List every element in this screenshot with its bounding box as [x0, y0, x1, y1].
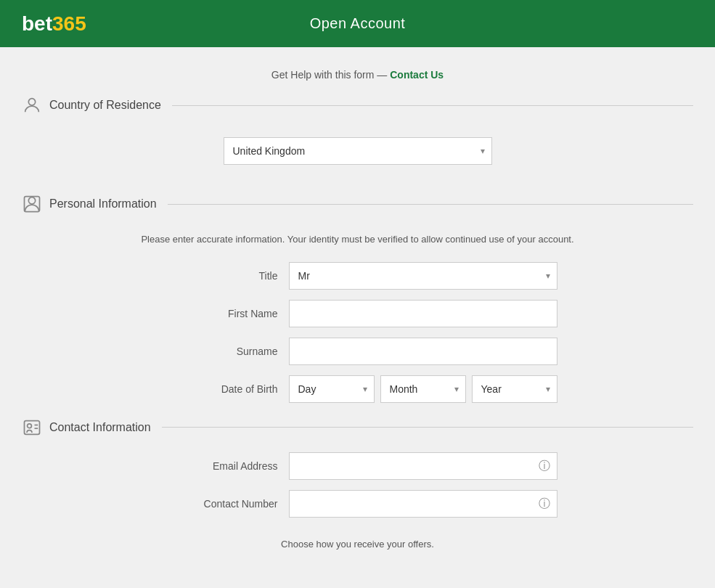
- title-control: Mr Mrs Miss Ms Dr ▾: [289, 262, 557, 290]
- email-input-wrapper: ⓘ: [289, 452, 557, 480]
- personal-info-text: Please enter accurate information. Your …: [0, 229, 715, 262]
- logo: bet365: [22, 12, 86, 36]
- month-select-wrapper: Month JanuaryFebruaryMarch AprilMayJune …: [380, 375, 466, 403]
- contact-section-title: Contact Information: [49, 421, 151, 434]
- personal-section-header: Personal Information: [0, 194, 715, 214]
- dob-selects: Day 12345 678910 1112131415 1617181920 2…: [289, 375, 557, 403]
- title-row: Title Mr Mrs Miss Ms Dr ▾: [0, 262, 715, 290]
- contact-section-divider: [162, 427, 693, 428]
- country-select[interactable]: United Kingdom United States Ireland Aus…: [224, 137, 492, 165]
- country-select-wrapper: United Kingdom United States Ireland Aus…: [224, 137, 492, 165]
- personal-section-title: Personal Information: [49, 197, 157, 211]
- surname-row: Surname: [0, 338, 715, 365]
- logo-bet-text: bet: [22, 12, 52, 36]
- surname-input[interactable]: [289, 338, 557, 365]
- country-row: United Kingdom United States Ireland Aus…: [0, 130, 715, 179]
- month-select[interactable]: Month JanuaryFebruaryMarch AprilMayJune …: [380, 375, 466, 403]
- help-bar: Get Help with this form — Contact Us: [0, 62, 715, 95]
- contact-section: Contact Information Email Address ⓘ Cont…: [0, 417, 715, 560]
- title-label: Title: [158, 270, 289, 282]
- day-select-wrapper: Day 12345 678910 1112131415 1617181920 2…: [289, 375, 375, 403]
- phone-label: Contact Number: [158, 498, 289, 510]
- page-title: Open Account: [310, 15, 406, 32]
- country-section-header: Country of Residence: [0, 95, 715, 115]
- logo-365-text: 365: [52, 12, 86, 36]
- title-select-wrapper: Mr Mrs Miss Ms Dr ▾: [289, 262, 557, 290]
- svg-point-0: [28, 99, 35, 105]
- phone-control: ⓘ: [289, 490, 557, 518]
- personal-icon: [22, 194, 42, 214]
- contact-section-header: Contact Information: [0, 417, 715, 438]
- email-control: ⓘ: [289, 452, 557, 480]
- phone-input-wrapper: ⓘ: [289, 490, 557, 518]
- firstname-label: First Name: [158, 308, 289, 319]
- email-label: Email Address: [158, 460, 289, 472]
- personal-section-divider: [168, 204, 693, 205]
- country-icon: [22, 95, 42, 115]
- phone-row: Contact Number ⓘ: [0, 490, 715, 518]
- phone-input[interactable]: [289, 490, 557, 518]
- surname-label: Surname: [158, 346, 289, 357]
- main-content: Get Help with this form — Contact Us Cou…: [0, 47, 715, 588]
- svg-point-1: [28, 197, 35, 204]
- email-input[interactable]: [289, 452, 557, 480]
- firstname-control: [289, 300, 557, 327]
- title-select[interactable]: Mr Mrs Miss Ms Dr: [289, 262, 557, 290]
- dob-row: Date of Birth Day 12345 678910 111213141…: [0, 375, 715, 403]
- firstname-row: First Name: [0, 300, 715, 327]
- surname-control: [289, 338, 557, 365]
- personal-section: Personal Information Please enter accura…: [0, 194, 715, 403]
- email-info-icon[interactable]: ⓘ: [539, 458, 550, 473]
- svg-point-4: [28, 424, 32, 428]
- dob-label: Date of Birth: [158, 383, 289, 395]
- country-section-divider: [172, 105, 693, 106]
- country-section: Country of Residence United Kingdom Unit…: [0, 95, 715, 179]
- day-select[interactable]: Day 12345 678910 1112131415 1617181920 2…: [289, 375, 375, 403]
- contact-icon: [22, 417, 42, 438]
- contact-us-link[interactable]: Contact Us: [390, 69, 444, 81]
- header: bet365 Open Account: [0, 0, 715, 47]
- offers-text: Choose how you receive your offers.: [0, 528, 715, 560]
- country-section-title: Country of Residence: [49, 99, 161, 112]
- phone-info-icon[interactable]: ⓘ: [539, 496, 550, 511]
- help-text: Get Help with this form —: [271, 69, 388, 81]
- year-select-wrapper: Year 2005200420032002 2001200019991998 1…: [472, 375, 557, 403]
- firstname-input[interactable]: [289, 300, 557, 327]
- email-row: Email Address ⓘ: [0, 452, 715, 480]
- year-select[interactable]: Year 2005200420032002 2001200019991998 1…: [472, 375, 557, 403]
